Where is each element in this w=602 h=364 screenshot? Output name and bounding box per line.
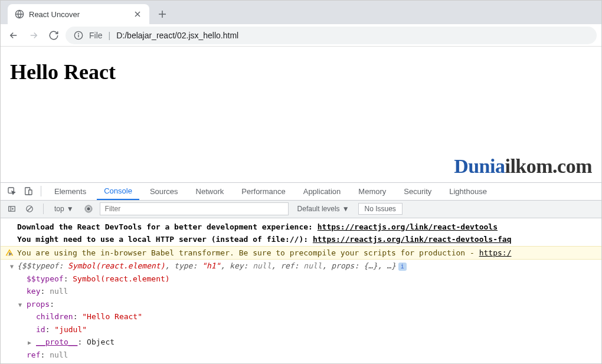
live-expression-icon[interactable]	[82, 202, 95, 215]
filter-input[interactable]	[100, 202, 289, 215]
info-icon	[74, 31, 83, 40]
console-sidebar-toggle-icon[interactable]	[5, 202, 18, 215]
reload-button[interactable]	[45, 27, 62, 44]
tab-network[interactable]: Network	[189, 182, 231, 200]
console-toolbar: top ▼ Default levels ▼ No Issues	[1, 201, 601, 218]
tab-performance[interactable]: Performance	[234, 182, 292, 200]
page-content: Hello React Duniailkom.com	[1, 47, 601, 182]
issues-button[interactable]: No Issues	[358, 203, 403, 215]
tab-title: React Uncover	[29, 10, 133, 19]
tab-elements[interactable]: Elements	[47, 182, 93, 200]
expand-arrow-icon[interactable]: ▶	[28, 338, 31, 347]
link[interactable]: https://reactjs.org/link/react-devtools	[318, 222, 498, 231]
console-line: Download the React DevTools for a better…	[1, 221, 601, 234]
chevron-down-icon: ▼	[342, 205, 349, 213]
browser-toolbar: File | D:/belajar_react/02.jsx_hello.htm…	[1, 24, 601, 47]
browser-tab[interactable]: React Uncover	[8, 4, 149, 24]
object-field: id: "judul"	[1, 323, 601, 336]
expand-arrow-icon[interactable]: ▶	[9, 249, 12, 258]
filter-field[interactable]	[100, 202, 289, 215]
object-field-proto[interactable]: ▶ __proto__: Object	[1, 336, 601, 349]
forward-button[interactable]	[25, 27, 42, 44]
address-bar[interactable]: File | D:/belajar_react/02.jsx_hello.htm…	[66, 27, 597, 44]
object-field-props[interactable]: ▼ props:	[1, 298, 601, 311]
object-field: key: null	[1, 285, 601, 298]
tab-security[interactable]: Security	[397, 182, 439, 200]
clear-console-icon[interactable]	[23, 202, 36, 215]
object-field: children: "Hello React"	[1, 310, 601, 323]
svg-line-10	[28, 207, 32, 211]
new-tab-button[interactable]	[154, 6, 171, 22]
close-tab-icon[interactable]	[133, 9, 142, 19]
globe-icon	[15, 9, 24, 19]
chevron-down-icon: ▼	[67, 205, 74, 213]
devtools: Elements Console Sources Network Perform…	[1, 182, 601, 364]
tab-console[interactable]: Console	[97, 182, 139, 200]
console-object[interactable]: ▼ {$$typeof: Symbol(react.element), type…	[1, 260, 601, 273]
back-button[interactable]	[5, 27, 22, 44]
tab-application[interactable]: Application	[296, 182, 348, 200]
link[interactable]: https:/	[479, 248, 512, 257]
svg-rect-7	[9, 206, 15, 211]
svg-point-3	[78, 33, 79, 34]
context-selector[interactable]: top ▼	[51, 205, 77, 213]
url-separator: |	[109, 31, 111, 40]
url-path: D:/belajar_react/02.jsx_hello.html	[116, 31, 238, 40]
link[interactable]: https://reactjs.org/link/react-devtools-…	[313, 235, 512, 244]
url-prefix: File	[89, 31, 103, 40]
console-warning: ▶ You are using the in-browser Babel tra…	[1, 246, 601, 260]
separator	[43, 204, 44, 214]
log-levels-selector[interactable]: Default levels ▼	[293, 203, 354, 215]
info-badge-icon[interactable]: i	[398, 263, 407, 271]
browser-tabbar: React Uncover	[1, 1, 601, 24]
watermark: Duniailkom.com	[454, 155, 592, 178]
svg-point-11	[87, 207, 90, 210]
object-field: $$typeof: Symbol(react.element)	[1, 273, 601, 286]
tab-sources[interactable]: Sources	[143, 182, 185, 200]
console-output: Download the React DevTools for a better…	[1, 218, 601, 364]
collapse-arrow-icon[interactable]: ▼	[10, 262, 14, 271]
collapse-arrow-icon[interactable]: ▼	[18, 300, 22, 309]
console-line: You might need to use a local HTTP serve…	[1, 233, 601, 246]
devtools-tabbar: Elements Console Sources Network Perform…	[1, 183, 601, 201]
tab-lighthouse[interactable]: Lighthouse	[442, 182, 494, 200]
svg-rect-6	[29, 190, 32, 195]
page-heading: Hello React	[10, 60, 592, 84]
separator	[41, 186, 41, 196]
inspect-icon[interactable]	[5, 185, 18, 198]
object-field: ref: null	[1, 349, 601, 362]
device-toggle-icon[interactable]	[22, 185, 35, 198]
tab-memory[interactable]: Memory	[351, 182, 393, 200]
